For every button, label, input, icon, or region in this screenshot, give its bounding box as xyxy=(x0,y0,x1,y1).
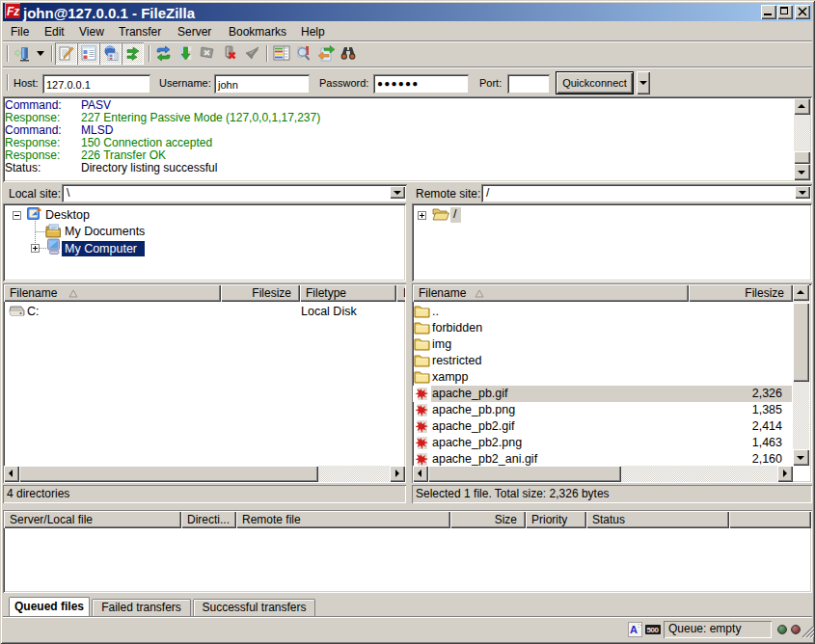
svg-text:Fz: Fz xyxy=(7,5,19,18)
